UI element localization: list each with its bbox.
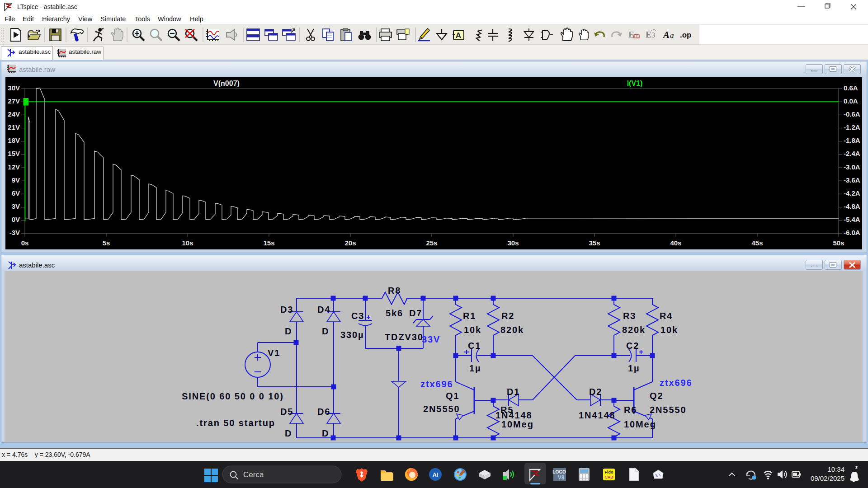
svg-text:D: D xyxy=(285,428,292,438)
svg-text:-1.8A: -1.8A xyxy=(844,136,860,144)
svg-text:0s: 0s xyxy=(21,239,29,247)
svg-text:-4.8A: -4.8A xyxy=(844,202,860,210)
svg-text:C3: C3 xyxy=(351,311,364,321)
svg-text:5s: 5s xyxy=(103,239,110,247)
svg-text:10:34: 10:34 xyxy=(827,465,844,473)
svg-text:TDZV30: TDZV30 xyxy=(385,332,424,342)
svg-text:0V: 0V xyxy=(12,216,20,223)
svg-text:D: D xyxy=(322,326,329,336)
svg-text:15s: 15s xyxy=(263,239,274,247)
svg-text:.op: .op xyxy=(680,31,692,39)
svg-text:10k: 10k xyxy=(660,325,678,335)
svg-text:-5.4A: -5.4A xyxy=(844,216,860,223)
svg-text:SINE(0 60 50 0 0 10): SINE(0 60 50 0 0 10) xyxy=(182,391,284,401)
svg-text:a: a xyxy=(670,31,674,40)
svg-text:10Meg: 10Meg xyxy=(501,419,534,429)
svg-text:Q1: Q1 xyxy=(446,391,459,401)
svg-text:3V: 3V xyxy=(12,202,20,210)
svg-text:1N4148: 1N4148 xyxy=(579,410,615,420)
svg-text:2N5550: 2N5550 xyxy=(650,405,686,415)
svg-text:330µ: 330µ xyxy=(340,330,364,340)
svg-text:24V: 24V xyxy=(8,110,20,118)
svg-text:D7: D7 xyxy=(409,308,422,318)
svg-text:820k: 820k xyxy=(500,325,524,335)
svg-text:R4: R4 xyxy=(660,311,673,321)
svg-text:C2: C2 xyxy=(626,341,639,351)
svg-text:3: 3 xyxy=(651,31,655,39)
svg-text:R2: R2 xyxy=(501,311,514,321)
svg-text:E: E xyxy=(646,30,651,39)
svg-text:V(n007): V(n007) xyxy=(213,80,240,87)
svg-text:9V: 9V xyxy=(12,176,20,184)
svg-text:-6.0A: -6.0A xyxy=(844,229,860,236)
svg-text:-1.2A: -1.2A xyxy=(844,123,860,131)
svg-text:D6: D6 xyxy=(317,407,330,417)
svg-text:V8: V8 xyxy=(558,474,565,481)
svg-text:ztx696: ztx696 xyxy=(420,379,453,389)
svg-text:D1: D1 xyxy=(507,387,520,397)
svg-text:35s: 35s xyxy=(589,239,600,247)
svg-text:R8: R8 xyxy=(388,286,401,296)
svg-text:V1: V1 xyxy=(268,348,280,358)
svg-text:-3.6A: -3.6A xyxy=(844,176,860,184)
svg-text:C1: C1 xyxy=(468,341,481,351)
svg-text:D2: D2 xyxy=(589,387,602,397)
svg-text:I(V1): I(V1) xyxy=(627,80,643,87)
svg-text:A: A xyxy=(456,31,461,40)
svg-text:Q2: Q2 xyxy=(650,391,663,401)
svg-text:-0.6A: -0.6A xyxy=(844,110,860,118)
svg-text:1µ: 1µ xyxy=(628,363,640,373)
svg-text:z: z xyxy=(856,465,858,469)
svg-text:21V: 21V xyxy=(8,123,20,131)
svg-text:10Meg: 10Meg xyxy=(624,419,656,429)
svg-text:D3: D3 xyxy=(280,305,293,314)
svg-text:2N5550: 2N5550 xyxy=(423,404,460,414)
svg-text:45s: 45s xyxy=(751,239,763,247)
svg-text:R6: R6 xyxy=(624,405,637,415)
svg-text:12V: 12V xyxy=(8,163,20,171)
svg-text:820k: 820k xyxy=(622,325,646,335)
svg-text:5k6: 5k6 xyxy=(386,308,403,318)
svg-text:AI: AI xyxy=(433,472,438,478)
svg-text:D4: D4 xyxy=(317,305,330,314)
svg-text:0.6A: 0.6A xyxy=(844,84,858,92)
svg-text:10k: 10k xyxy=(464,325,481,335)
svg-text:18V: 18V xyxy=(8,136,20,144)
svg-text:Cerca: Cerca xyxy=(243,470,264,479)
svg-text:λ: λ xyxy=(656,474,658,478)
svg-text:E: E xyxy=(628,30,634,39)
svg-text:z: z xyxy=(853,467,855,472)
svg-text:30s: 30s xyxy=(507,239,519,247)
svg-text:-2.4A: -2.4A xyxy=(844,150,860,157)
svg-text:R1: R1 xyxy=(463,311,476,321)
svg-text:D: D xyxy=(285,326,292,336)
svg-text:1µ: 1µ xyxy=(469,363,481,373)
svg-text:D: D xyxy=(322,428,329,438)
svg-text:CAD: CAD xyxy=(604,475,613,479)
svg-text:ztx696: ztx696 xyxy=(660,378,693,388)
svg-text:27V: 27V xyxy=(8,97,20,105)
svg-text:30V: 30V xyxy=(8,84,20,92)
svg-text:A: A xyxy=(662,29,670,40)
svg-text:10s: 10s xyxy=(182,239,193,247)
svg-text:25s: 25s xyxy=(426,239,437,247)
svg-text:D5: D5 xyxy=(280,407,293,417)
svg-text:20s: 20s xyxy=(344,239,356,247)
svg-text:R3: R3 xyxy=(623,311,636,321)
svg-text:33V: 33V xyxy=(422,334,440,344)
svg-text:50s: 50s xyxy=(833,239,844,247)
svg-text:6V: 6V xyxy=(12,189,20,197)
svg-text:.tran 50 startup: .tran 50 startup xyxy=(196,418,275,428)
svg-text:0.0A: 0.0A xyxy=(844,97,858,105)
svg-text:15V: 15V xyxy=(8,150,20,157)
svg-text:Fido: Fido xyxy=(605,470,613,474)
svg-text:-4.2A: -4.2A xyxy=(844,189,860,197)
svg-text:-3V: -3V xyxy=(9,229,20,236)
svg-text:1N4148: 1N4148 xyxy=(495,410,532,420)
svg-text:LOGO: LOGO xyxy=(552,469,566,474)
svg-text:-3.0A: -3.0A xyxy=(844,163,860,171)
svg-text:09/02/2025: 09/02/2025 xyxy=(811,474,844,482)
svg-text:40s: 40s xyxy=(670,239,681,247)
